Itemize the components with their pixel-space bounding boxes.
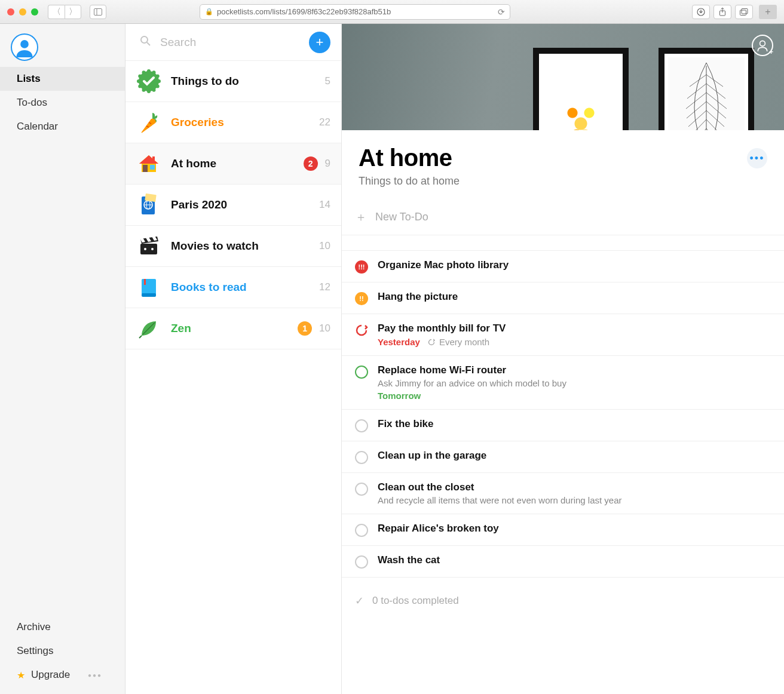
new-todo-placeholder: New To-Do [375,211,428,223]
svg-line-47 [688,110,706,127]
todo-item[interactable]: Repair Alice's broken toy [342,514,784,546]
list-count: 5 [325,75,330,87]
svg-point-19 [147,69,151,73]
todo-title: Repair Alice's broken toy [378,523,771,535]
back-button[interactable]: 〈 [48,5,65,19]
todo-item[interactable]: Clean out the closet And recycle all ite… [342,473,784,514]
forward-button[interactable]: 〉 [65,5,81,19]
list-item[interactable]: Things to do 5 [125,61,341,102]
todo-checkbox[interactable] [355,324,368,337]
svg-line-41 [687,84,706,99]
list-more-button[interactable]: ••• [747,148,767,168]
svg-point-17 [138,75,142,78]
carrot-icon [136,110,161,135]
list-subtitle: Things to do at home [342,175,784,199]
todo-checkbox[interactable] [355,524,368,537]
nav-calendar[interactable]: Calendar [0,115,125,139]
svg-line-48 [706,110,724,127]
todo-title: Fix the bike [378,418,771,430]
list-count: 12 [319,281,330,293]
close-window-icon[interactable] [7,8,14,16]
nav-sidebar: ListsTo-dosCalendar Archive Settings ★ U… [0,24,125,694]
search-input[interactable] [160,36,309,49]
downloads-button[interactable] [692,5,710,19]
list-item[interactable]: At home 29 [125,143,341,185]
hero-image: + [342,24,784,130]
todo-title: Wash the cat [378,554,771,566]
svg-rect-37 [144,279,146,285]
svg-line-40 [706,75,723,87]
new-tab-button[interactable]: + [759,5,777,19]
list-count: 9 [325,158,330,170]
passport-icon [136,192,161,217]
sidebar-toggle-button[interactable] [90,5,106,19]
list-item[interactable]: Zen 110 [125,308,341,349]
house-icon [136,151,161,176]
svg-line-44 [706,93,727,109]
todo-title: Pay the monthly bill for TV [378,323,771,334]
nav-archive[interactable]: Archive [0,615,125,639]
todo-note: Ask Jimmy for an advice on which model t… [378,378,771,388]
todo-checkbox[interactable] [355,366,368,379]
todo-title: Hang the picture [378,291,771,303]
list-count: 10 [319,240,330,252]
svg-point-7 [141,36,148,43]
add-list-button[interactable]: + [309,32,330,53]
tabs-button[interactable] [735,5,753,19]
completed-summary[interactable]: ✓ 0 to-dos completed [342,578,784,615]
url-text: pocketlists.com/lists/1699/8f63c22eb93f8… [217,7,391,16]
list-item[interactable]: Paris 2020 14 [125,185,341,226]
list-item-title: Paris 2020 [171,198,314,211]
todo-checkbox[interactable]: !! [355,292,368,305]
hero-frame-flower [533,48,629,130]
nav-lists[interactable]: Lists [0,67,125,91]
svg-point-16 [137,79,140,83]
svg-rect-0 [94,8,102,15]
todo-checkbox[interactable] [355,555,368,569]
book-icon [136,275,161,300]
svg-line-46 [706,102,726,118]
svg-line-8 [147,42,150,45]
check-icon [136,69,161,94]
share-button[interactable] [713,5,731,19]
nav-settings[interactable]: Settings [0,639,125,663]
todo-checkbox[interactable] [355,483,368,496]
todo-item[interactable]: Wash the cat [342,546,784,578]
nav-to-dos[interactable]: To-dos [0,91,125,115]
todo-checkbox[interactable] [355,451,368,464]
todo-item[interactable]: Pay the monthly bill for TV YesterdayEve… [342,314,784,356]
main-panel: + At home ••• Things to do at home ＋ New… [342,24,784,694]
lists-column: + Things to do 5 Groceries 22 At home 29… [125,24,342,694]
todo-item[interactable]: !! Hang the picture [342,282,784,314]
svg-point-21 [156,75,160,78]
address-bar[interactable]: 🔒 pocketlists.com/lists/1699/8f63c22eb93… [200,4,510,20]
more-icon[interactable]: ●●● [88,672,102,678]
todo-item[interactable]: !!! Organize Mac photo library [342,251,784,282]
minimize-window-icon[interactable] [19,8,26,16]
todo-title: Clean out the closet [378,481,771,493]
todo-item[interactable]: Clean up in the garage [342,441,784,473]
todo-checkbox[interactable]: !!! [355,260,368,274]
svg-line-43 [686,93,706,109]
svg-rect-36 [142,293,156,297]
user-avatar[interactable] [11,33,38,61]
share-user-button[interactable]: + [752,35,773,56]
list-item-title: Zen [171,322,298,335]
svg-point-53 [760,41,765,46]
nav-upgrade[interactable]: ★ Upgrade ●●● [0,663,125,687]
list-item[interactable]: Books to read 12 [125,267,341,308]
todo-checkbox[interactable] [355,419,368,432]
reload-icon[interactable]: ⟳ [498,7,505,17]
todo-item[interactable]: Fix the bike [342,410,784,441]
svg-line-39 [690,75,706,87]
list-item-title: Groceries [171,116,314,129]
list-item-title: At home [171,157,304,170]
check-icon: ✓ [355,594,364,607]
list-item-title: Movies to watch [171,239,314,253]
list-item[interactable]: Movies to watch 10 [125,226,341,267]
list-item[interactable]: Groceries 22 [125,102,341,143]
todo-item[interactable]: Replace home Wi-Fi router Ask Jimmy for … [342,356,784,410]
maximize-window-icon[interactable] [31,8,38,16]
svg-line-42 [706,84,725,99]
new-todo-input[interactable]: ＋ New To-Do [342,199,784,235]
